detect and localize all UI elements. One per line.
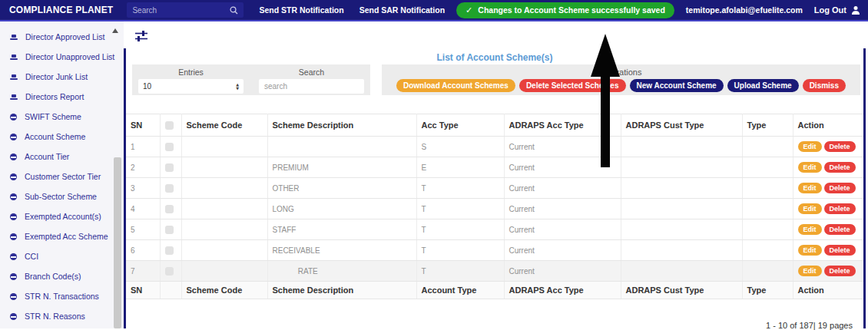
edit-button[interactable]: Edit — [798, 162, 822, 173]
logout-button[interactable]: Log Out — [814, 5, 860, 15]
send-sar-notification-link[interactable]: Send SAR Notification — [359, 5, 445, 15]
footer-adraps-acc-type: ADRAPS Acc Type — [504, 282, 621, 299]
circle-minus-icon — [10, 253, 17, 260]
main-content: List of Account Scheme(s) Entries 10 ▲▼ … — [124, 21, 868, 328]
sidebar-menu: Director Approved List Director Unapprov… — [0, 27, 124, 326]
sidebar-item-str-n-reasons[interactable]: STR N. Reasons — [0, 306, 124, 326]
row-checkbox[interactable] — [165, 184, 174, 193]
annotation-arrow-head — [591, 34, 620, 77]
user-icon — [851, 5, 860, 15]
row-checkbox[interactable] — [165, 246, 174, 255]
table-row: 4 LONG T Current EditDelete — [126, 199, 863, 219]
delete-button[interactable]: Delete — [824, 203, 856, 214]
footer-sn: SN — [126, 282, 160, 299]
laptop-icon — [10, 34, 18, 41]
sidebar-scrollbar[interactable] — [114, 157, 121, 328]
entries-value: 10 — [143, 82, 151, 91]
table-footer-row: SN Scheme Code Scheme Description Accoun… — [126, 282, 863, 299]
search-label: Search — [299, 68, 324, 77]
circle-minus-icon — [10, 134, 17, 140]
delete-button[interactable]: Delete — [824, 141, 856, 152]
dismiss-button[interactable]: Dismiss — [803, 79, 846, 92]
edit-button[interactable]: Edit — [798, 203, 822, 214]
account-scheme-table: SN Scheme Code Scheme Description Acc Ty… — [126, 114, 863, 299]
header-scheme-description: Scheme Description — [267, 114, 416, 137]
laptop-icon — [10, 94, 18, 101]
sidebar-item-swift-scheme[interactable]: SWIFT Scheme — [0, 107, 124, 127]
table-row: 5 STAFF T Current EditDelete — [126, 219, 863, 240]
search-icon — [230, 6, 238, 15]
sidebar-item-cci[interactable]: CCI — [0, 246, 124, 266]
edit-button[interactable]: Edit — [798, 224, 822, 235]
delete-button[interactable]: Delete — [824, 183, 856, 193]
user-email: temitope.afolabi@efuelite.com — [686, 5, 803, 15]
select-all-checkbox[interactable] — [165, 121, 174, 130]
upload-scheme-button[interactable]: Upload Scheme — [727, 79, 799, 92]
success-toast: ✓ Changes to Account Scheme successfully… — [456, 2, 674, 18]
circle-minus-icon — [10, 213, 17, 220]
edit-button[interactable]: Edit — [798, 245, 822, 256]
top-navbar: COMPLIANCE PLANET Send STR Notification … — [0, 0, 868, 21]
check-icon: ✓ — [465, 5, 472, 15]
sidebar-item-str-n-transactions[interactable]: STR N. Transactions — [0, 286, 124, 306]
sidebar-item-branch-code-s-[interactable]: Branch Code(s) — [0, 266, 124, 286]
sidebar-item-exempted-acc-scheme[interactable]: Exempted Acc Scheme — [0, 226, 124, 246]
circle-minus-icon — [10, 173, 17, 180]
header-adraps-cust-type: ADRAPS Cust Type — [621, 114, 742, 137]
entries-select[interactable]: 10 ▲▼ — [138, 79, 244, 94]
logout-label: Log Out — [814, 5, 846, 15]
table-row: 3 OTHER T Current EditDelete — [126, 178, 863, 199]
sidebar-item-account-scheme[interactable]: Account Scheme — [0, 127, 124, 147]
edit-button[interactable]: Edit — [798, 183, 822, 193]
edit-button[interactable]: Edit — [798, 266, 822, 276]
sidebar-item-director-approved-list[interactable]: Director Approved List — [0, 27, 124, 47]
filter-button[interactable] — [134, 30, 148, 45]
delete-button[interactable]: Delete — [824, 224, 856, 235]
entries-label: Entries — [178, 68, 204, 77]
sidebar-item-exempted-account-s-[interactable]: Exempted Account(s) — [0, 206, 124, 226]
footer-scheme-code: Scheme Code — [181, 282, 267, 299]
circle-minus-icon — [10, 273, 17, 280]
row-checkbox[interactable] — [165, 267, 174, 276]
footer-account-type: Account Type — [416, 282, 504, 299]
app-brand: COMPLIANCE PLANET — [9, 5, 113, 15]
table-row: 6 RECEIVABLE T Current EditDelete — [126, 240, 863, 261]
navbar-search-box[interactable] — [127, 2, 244, 18]
download-account-schemes-button[interactable]: Download Account Schemes — [396, 79, 515, 92]
sidebar-item-director-unapproved-list[interactable]: Director Unapproved List — [0, 47, 124, 67]
header-action: Action — [793, 114, 863, 137]
scroll-up-icon[interactable] — [112, 28, 118, 33]
navbar-search-input[interactable] — [132, 6, 230, 15]
row-checkbox[interactable] — [165, 205, 174, 213]
table-search-input[interactable] — [259, 79, 364, 94]
footer-checkbox-cell — [160, 282, 181, 299]
delete-button[interactable]: Delete — [824, 266, 856, 276]
delete-button[interactable]: Delete — [824, 162, 856, 173]
sidebar-item-director-junk-list[interactable]: Director Junk List — [0, 67, 124, 87]
footer-adraps-cust-type: ADRAPS Cust Type — [621, 282, 742, 299]
circle-minus-icon — [10, 153, 17, 160]
new-account-scheme-button[interactable]: New Account Scheme — [630, 79, 724, 92]
success-toast-message: Changes to Account Scheme successfully s… — [478, 5, 665, 15]
header-sn: SN — [126, 114, 160, 137]
circle-minus-icon — [10, 114, 17, 120]
laptop-icon — [10, 74, 18, 81]
footer-action: Action — [793, 282, 863, 299]
sort-caret-icon: ▲▼ — [236, 83, 239, 90]
row-checkbox[interactable] — [165, 163, 174, 172]
sidebar-item-sub-sector-scheme[interactable]: Sub-Sector Scheme — [0, 186, 124, 206]
delete-button[interactable]: Delete — [824, 245, 856, 256]
table-row: 7 RATE T Current EditDelete — [126, 261, 863, 282]
operations-panel: Operations Download Account Schemes Dele… — [382, 64, 860, 95]
sidebar: Director Approved List Director Unapprov… — [0, 21, 124, 328]
sidebar-item-account-tier[interactable]: Account Tier — [0, 147, 124, 167]
header-scheme-code: Scheme Code — [181, 114, 267, 137]
edit-button[interactable]: Edit — [798, 141, 822, 152]
row-checkbox[interactable] — [165, 226, 174, 234]
sidebar-item-customer-sector-tier[interactable]: Customer Sector Tier — [0, 167, 124, 186]
table-row: 1 S Current EditDelete — [126, 137, 863, 157]
filters-panel: Entries 10 ▲▼ Search — [132, 64, 370, 95]
row-checkbox[interactable] — [165, 143, 174, 151]
send-str-notification-link[interactable]: Send STR Notification — [259, 5, 343, 15]
sidebar-item-directors-report[interactable]: Directors Report — [0, 87, 124, 107]
